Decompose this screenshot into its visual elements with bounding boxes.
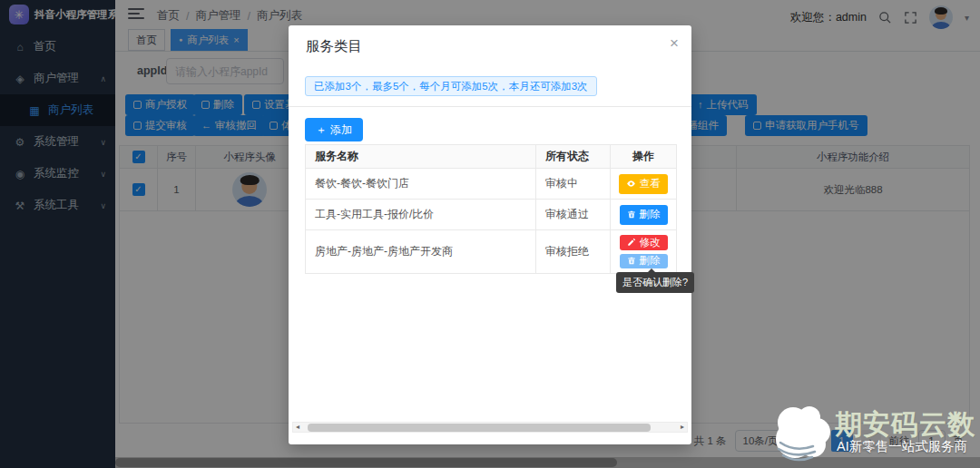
plus-icon: ＋ xyxy=(316,122,327,138)
modal-horizontal-scrollbar[interactable]: ◂ ▸ xyxy=(292,422,688,433)
close-icon[interactable]: × xyxy=(670,34,679,53)
modal-title: 服务类目 xyxy=(306,37,362,56)
delete-category-button[interactable]: 删除 xyxy=(620,205,668,225)
pencil-icon xyxy=(627,238,636,247)
category-header-row: 服务名称 所有状态 操作 xyxy=(306,145,676,169)
category-row: 工具-实用工具-报价/比价 审核通过 删除 xyxy=(306,200,676,230)
scroll-left-icon[interactable]: ◂ xyxy=(293,423,302,432)
col-service-name: 服务名称 xyxy=(306,145,536,168)
cell-status: 审核中 xyxy=(536,169,611,199)
cell-service-name: 工具-实用工具-报价/比价 xyxy=(306,200,536,229)
eye-icon xyxy=(626,179,636,189)
scroll-right-icon[interactable]: ▸ xyxy=(678,423,687,432)
cell-status: 审核拒绝 xyxy=(536,230,611,273)
scrollbar-thumb[interactable] xyxy=(308,424,651,432)
category-row: 餐饮-餐饮-餐饮门店 审核中 查看 xyxy=(306,169,676,200)
view-button[interactable]: 查看 xyxy=(619,174,668,194)
category-row: 房地产-房地产-房地产开发商 审核拒绝 修改 删除 xyxy=(306,230,676,274)
category-table: 服务名称 所有状态 操作 餐饮-餐饮-餐饮门店 审核中 查看 工具-实用工具-报… xyxy=(305,144,677,274)
col-status: 所有状态 xyxy=(536,145,611,168)
cell-status: 审核通过 xyxy=(536,200,611,229)
service-category-modal: 服务类目 × 已添加3个，最多5个，每个月可添加5次，本月还可添加3次 ＋ 添加… xyxy=(289,25,691,444)
cell-service-name: 餐饮-餐饮-餐饮门店 xyxy=(306,169,536,199)
add-category-button[interactable]: ＋ 添加 xyxy=(305,118,363,141)
trash-icon xyxy=(627,256,636,266)
screen: ✳ 抖音小程序管理系统 ⌂ 首页 ◈ 商户管理 ∧ ▦ 商户列表 ⚙ 系统管理 … xyxy=(0,0,980,468)
divider xyxy=(289,106,691,107)
confirm-delete-tooltip: 是否确认删除? xyxy=(616,272,694,293)
delete-category-button-hover[interactable]: 删除 xyxy=(620,254,668,269)
col-actions: 操作 xyxy=(611,145,676,168)
trash-icon xyxy=(627,210,636,219)
quota-alert: 已添加3个，最多5个，每个月可添加5次，本月还可添加3次 xyxy=(305,76,597,96)
cell-service-name: 房地产-房地产-房地产开发商 xyxy=(306,230,536,273)
edit-category-button[interactable]: 修改 xyxy=(620,235,668,250)
